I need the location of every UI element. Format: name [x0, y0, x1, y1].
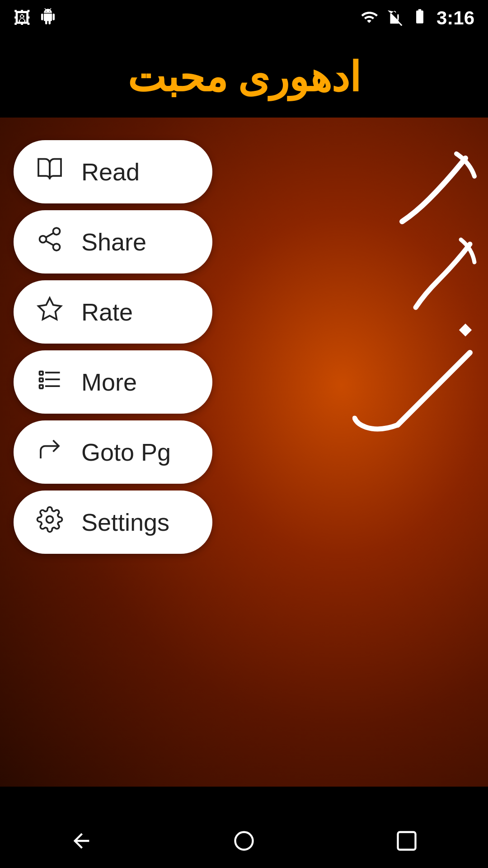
star-icon	[36, 296, 63, 328]
rate-button[interactable]: Rate	[14, 280, 212, 344]
menu-buttons-container: Read Share Rate	[0, 131, 217, 563]
goto-label: Goto Pg	[81, 438, 171, 466]
wifi-icon	[361, 9, 378, 28]
settings-icon	[36, 506, 63, 538]
svg-rect-0	[459, 324, 472, 336]
svg-rect-15	[398, 832, 416, 850]
app-title: ادھوری محبت	[127, 53, 361, 101]
settings-label: Settings	[81, 508, 169, 536]
book-icon	[36, 156, 63, 188]
settings-button[interactable]: Settings	[14, 491, 212, 554]
status-left-icons: 🖼	[14, 8, 56, 28]
svg-line-5	[46, 233, 53, 237]
svg-line-4	[46, 241, 53, 245]
svg-point-1	[53, 228, 60, 235]
calligraphy-stroke-1	[366, 145, 479, 235]
main-content: Read Share Rate	[0, 118, 488, 787]
recent-button[interactable]	[384, 818, 429, 863]
status-bar: 🖼 3:16	[0, 0, 488, 36]
signal-icon	[386, 9, 403, 28]
svg-point-14	[235, 832, 253, 850]
urdu-calligraphy-decoration	[352, 145, 479, 434]
read-label: Read	[81, 158, 140, 186]
back-button[interactable]	[59, 818, 104, 863]
top-bar: ادھوری محبت	[0, 36, 488, 118]
svg-rect-11	[40, 378, 43, 382]
share-icon	[36, 226, 63, 258]
share-button[interactable]: Share	[14, 210, 212, 274]
svg-point-2	[40, 236, 47, 243]
status-time: 3:16	[436, 7, 474, 29]
bottom-nav	[0, 814, 488, 868]
svg-marker-6	[38, 298, 61, 320]
svg-point-3	[53, 244, 60, 250]
read-button[interactable]: Read	[14, 140, 212, 203]
battery-icon	[411, 8, 428, 28]
calligraphy-diamond	[452, 316, 479, 344]
more-label: More	[81, 368, 137, 396]
share-label: Share	[81, 228, 146, 256]
svg-rect-12	[40, 385, 43, 389]
goto-button[interactable]: Goto Pg	[14, 420, 212, 484]
svg-rect-10	[40, 372, 43, 375]
more-button[interactable]: More	[14, 350, 212, 414]
status-right-icons: 3:16	[361, 7, 474, 29]
svg-point-13	[47, 516, 53, 523]
android-icon	[40, 8, 56, 28]
goto-icon	[36, 436, 63, 468]
photo-icon: 🖼	[14, 9, 31, 28]
calligraphy-stroke-2	[389, 235, 479, 316]
rate-label: Rate	[81, 298, 133, 326]
home-button[interactable]	[221, 818, 267, 863]
calligraphy-stroke-3	[352, 344, 479, 434]
list-icon	[36, 366, 63, 398]
